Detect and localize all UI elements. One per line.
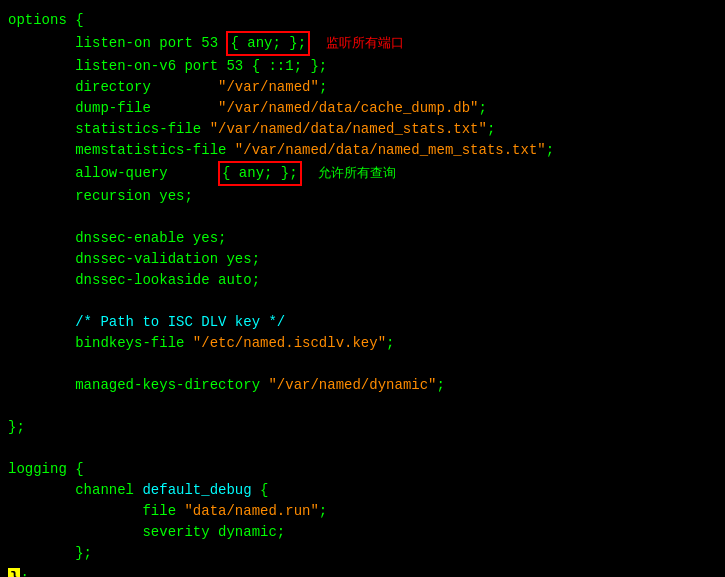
code-string: "data/named.run" (184, 501, 318, 522)
code-string: "/etc/named.iscdlv.key" (193, 333, 386, 354)
code-line-11: dnssec-enable yes; (8, 228, 717, 249)
annotation-listen: 监听所有端口 (326, 33, 404, 54)
code-line-5: dump-file "/var/named/data/cache_dump.db… (8, 98, 717, 119)
code-string: "/var/named/data/cache_dump.db" (218, 98, 478, 119)
code-text: ; (436, 375, 444, 396)
code-text: }; (8, 417, 25, 438)
code-line-12: dnssec-validation yes; (8, 249, 717, 270)
code-text: ; (487, 119, 495, 140)
code-text: dnssec-lookaside auto; (8, 270, 260, 291)
code-string: "/var/named/data/named_mem_stats.txt" (235, 140, 546, 161)
code-line-21 (8, 438, 717, 459)
code-text: { (252, 480, 269, 501)
highlight-any-2: { any; }; (218, 161, 302, 186)
code-text: ; (20, 568, 28, 577)
code-line-16: bindkeys-file "/etc/named.iscdlv.key" ; (8, 333, 717, 354)
code-text: }; (8, 543, 92, 564)
code-line-27: } ; (8, 568, 717, 577)
code-line-20: }; (8, 417, 717, 438)
code-text: dump-file (8, 98, 218, 119)
code-text: ; (386, 333, 394, 354)
code-line-22: logging { (8, 459, 717, 480)
code-line-19 (8, 396, 717, 417)
annotation-query: 允许所有查询 (318, 163, 396, 184)
code-text: allow-query (8, 163, 218, 184)
code-text: recursion yes; (8, 186, 193, 207)
code-line-3: listen-on-v6 port 53 { ::1; }; (8, 56, 717, 77)
code-text: channel (8, 480, 142, 501)
code-line-1: options { (8, 10, 717, 31)
code-line-13: dnssec-lookaside auto; (8, 270, 717, 291)
code-text: ; (319, 77, 327, 98)
code-line-25: severity dynamic; (8, 522, 717, 543)
code-line-17 (8, 354, 717, 375)
code-string: "/var/named" (218, 77, 319, 98)
code-line-6: statistics-file "/var/named/data/named_s… (8, 119, 717, 140)
code-editor: options { listen-on port 53 { any; }; 监听… (0, 0, 725, 577)
code-text: memstatistics-file (8, 140, 235, 161)
code-text: ; (479, 98, 487, 119)
code-text: dnssec-enable yes; (8, 228, 226, 249)
code-line-23: channel default_debug { (8, 480, 717, 501)
code-keyword: default_debug (142, 480, 251, 501)
code-text: listen-on-v6 port 53 { ::1; }; (8, 56, 327, 77)
code-text: options { (8, 10, 84, 31)
code-text: bindkeys-file (8, 333, 193, 354)
code-comment: /* Path to ISC DLV key */ (8, 312, 285, 333)
code-line-14 (8, 291, 717, 312)
code-line-26: }; (8, 543, 717, 564)
code-line-2: listen-on port 53 { any; }; 监听所有端口 (8, 31, 717, 56)
code-line-15: /* Path to ISC DLV key */ (8, 312, 717, 333)
code-string: "/var/named/data/named_stats.txt" (210, 119, 487, 140)
code-line-7: memstatistics-file "/var/named/data/name… (8, 140, 717, 161)
prompt-symbol: } (8, 568, 20, 577)
code-text: logging { (8, 459, 84, 480)
code-line-18: managed-keys-directory "/var/named/dynam… (8, 375, 717, 396)
code-text: ; (319, 501, 327, 522)
code-text: dnssec-validation yes; (8, 249, 260, 270)
code-text: listen-on port 53 (8, 33, 226, 54)
code-text: file (8, 501, 184, 522)
code-text: severity dynamic; (8, 522, 285, 543)
code-line-10 (8, 207, 717, 228)
code-line-4: directory "/var/named" ; (8, 77, 717, 98)
code-text: managed-keys-directory (8, 375, 268, 396)
code-text: statistics-file (8, 119, 210, 140)
code-text: ; (546, 140, 554, 161)
code-text: directory (8, 77, 218, 98)
code-string: "/var/named/dynamic" (268, 375, 436, 396)
code-line-8: allow-query { any; }; 允许所有查询 (8, 161, 717, 186)
highlight-any-1: { any; }; (226, 31, 310, 56)
code-line-9: recursion yes; (8, 186, 717, 207)
code-line-24: file "data/named.run" ; (8, 501, 717, 522)
